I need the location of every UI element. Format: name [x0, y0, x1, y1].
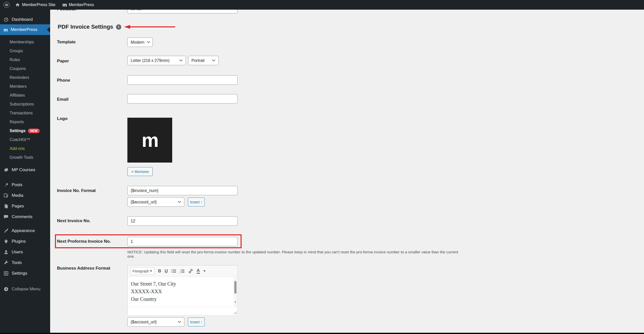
new-badge: NEW: [28, 129, 40, 133]
next-proforma-label: Next Proforma Invoice No.: [57, 239, 111, 244]
media-icon: [4, 193, 9, 198]
memberpress-admin-link[interactable]: m MemberPress: [63, 2, 94, 7]
sidebar-item-reports[interactable]: Reports: [0, 117, 50, 126]
pushpin-icon: [4, 182, 9, 187]
text-color-button[interactable]: A: [197, 268, 200, 274]
paper-size-select[interactable]: Letter (216 x 279mm): [127, 56, 186, 65]
editor-toolbar: Paragraph B U 123 A: [128, 266, 238, 277]
sidebar-item-coachkit[interactable]: CoachKit™: [0, 135, 50, 144]
phone-label: Phone: [57, 78, 70, 83]
sidebar-item-memberships[interactable]: Memberships: [0, 38, 50, 46]
wrench-icon: [4, 260, 9, 265]
template-label: Template: [57, 40, 75, 45]
page-title: PDF Invoice Settings: [58, 24, 113, 30]
editor-statusbar: [128, 307, 238, 315]
address-line: XXXXX-XXX: [131, 288, 231, 295]
scroll-down-icon[interactable]: ▼: [233, 298, 237, 306]
chevron-down-icon: [178, 201, 181, 203]
chevron-down-icon: [179, 59, 183, 62]
insert-param-button[interactable]: Insert ↑: [188, 198, 205, 206]
wordpress-logo-icon: W: [4, 2, 10, 8]
address-line: Our Country: [131, 295, 231, 303]
invoice-param-select[interactable]: {$account_url}: [127, 197, 184, 207]
sidebar-item-reminders[interactable]: Reminders: [0, 73, 50, 82]
window-bottom-edge: [0, 333, 644, 334]
link-icon[interactable]: [188, 269, 193, 274]
svg-text:3: 3: [180, 272, 181, 273]
main-content: Postcode PDF Invoice Settings i Template…: [50, 0, 644, 333]
mp-courses-icon: [4, 167, 9, 172]
editor-scrollbar[interactable]: ▲ ▼: [233, 277, 237, 306]
numbered-list-icon[interactable]: 123: [180, 269, 185, 273]
sidebar-item-settings-wp[interactable]: Settings: [0, 268, 50, 279]
underline-button[interactable]: U: [165, 269, 168, 274]
sidebar-item-tools[interactable]: Tools: [0, 257, 50, 268]
sidebar-item-affiliates[interactable]: Affiliates: [0, 91, 50, 100]
paintbrush-icon: [4, 228, 9, 233]
next-proforma-input[interactable]: [127, 237, 238, 246]
phone-input[interactable]: [127, 75, 238, 85]
memberpress-logo-image: m: [142, 131, 158, 150]
text-color-caret-icon[interactable]: [203, 270, 206, 272]
sidebar-item-addons[interactable]: Add-ons: [0, 144, 50, 153]
invoice-format-label: Invoice No. Format: [57, 188, 96, 193]
collapse-menu-button[interactable]: Collapse Menu: [0, 284, 50, 294]
user-icon: [4, 250, 9, 255]
next-invoice-input[interactable]: [127, 216, 238, 226]
wordpress-menu[interactable]: W: [4, 2, 10, 8]
editor-content[interactable]: Our Street 7, Our City XXXXX-XXX Our Cou…: [128, 277, 238, 307]
memberpress-m-icon: m: [4, 27, 8, 32]
chevron-down-icon: [178, 321, 181, 323]
insert-address-param-button[interactable]: Insert ↑: [188, 318, 205, 326]
pages-icon: [4, 204, 9, 209]
logo-preview: m: [127, 118, 172, 163]
sidebar-item-rules[interactable]: Rules: [0, 55, 50, 64]
paper-label: Paper: [57, 59, 69, 64]
scrollbar-thumb[interactable]: [234, 281, 237, 294]
template-select[interactable]: Modern: [127, 38, 153, 47]
comment-bubble-icon: [4, 214, 9, 219]
memberpress-submenu: Memberships Groups Rules Coupons Reminde…: [0, 35, 50, 165]
chevron-down-icon: [147, 41, 150, 43]
active-menu-arrow: [47, 27, 50, 33]
sidebar-item-pages[interactable]: Pages: [0, 201, 50, 212]
email-input[interactable]: [127, 94, 238, 103]
rich-text-editor: Paragraph B U 123 A Our Street 7, Our Ci…: [127, 265, 238, 315]
proforma-notice-text: NOTICE: Updating this field will reset t…: [127, 250, 464, 258]
sidebar-item-comments[interactable]: Comments: [0, 212, 50, 222]
dashboard-gauge-icon: [4, 17, 9, 22]
sidebar-item-transactions[interactable]: Transactions: [0, 109, 50, 117]
info-icon[interactable]: i: [116, 24, 121, 30]
sidebar-item-mp-courses[interactable]: MP Courses: [0, 165, 50, 175]
paragraph-format-select[interactable]: Paragraph: [130, 267, 154, 275]
caret-down-icon: [150, 270, 152, 272]
paper-orientation-select[interactable]: Portrait: [188, 56, 219, 65]
bullet-list-icon[interactable]: [171, 269, 176, 273]
sidebar-item-coupons[interactable]: Coupons: [0, 64, 50, 73]
sidebar-item-members[interactable]: Members: [0, 82, 50, 91]
memberpress-logo-icon: m: [63, 2, 67, 7]
site-link[interactable]: MemberPress Site: [15, 3, 55, 7]
sidebar-item-posts[interactable]: Posts: [0, 180, 50, 190]
sidebar-item-subscriptions[interactable]: Subscriptions: [0, 100, 50, 109]
sidebar-item-media[interactable]: Media: [0, 190, 50, 201]
sidebar-item-memberpress[interactable]: m MemberPress: [0, 24, 50, 35]
resize-grip-icon[interactable]: [234, 311, 237, 314]
sidebar-item-settings-current[interactable]: Settings NEW: [0, 126, 50, 135]
address-param-select[interactable]: {$account_url}: [127, 317, 184, 327]
sidebar-item-plugins[interactable]: Plugins: [0, 236, 50, 247]
sidebar-item-users[interactable]: Users: [0, 247, 50, 257]
bold-button[interactable]: B: [158, 269, 161, 274]
admin-sidebar: Dashboard m MemberPress Memberships Grou…: [0, 0, 50, 333]
address-line: Our Street 7, Our City: [131, 280, 231, 288]
next-invoice-label: Next Invoice No.: [57, 218, 90, 223]
business-address-label: Business Address Format: [57, 266, 110, 271]
invoice-format-input[interactable]: [127, 186, 238, 195]
admin-top-bar: W MemberPress Site m MemberPress: [0, 0, 644, 10]
remove-logo-button[interactable]: × Remove: [127, 167, 153, 176]
sidebar-item-appearance[interactable]: Appearance: [0, 225, 50, 236]
sidebar-item-dashboard[interactable]: Dashboard: [0, 15, 50, 24]
sidebar-item-groups[interactable]: Groups: [0, 46, 50, 55]
settings-sliders-icon: [4, 271, 9, 276]
sidebar-item-growth-tools[interactable]: Growth Tools: [0, 153, 50, 162]
